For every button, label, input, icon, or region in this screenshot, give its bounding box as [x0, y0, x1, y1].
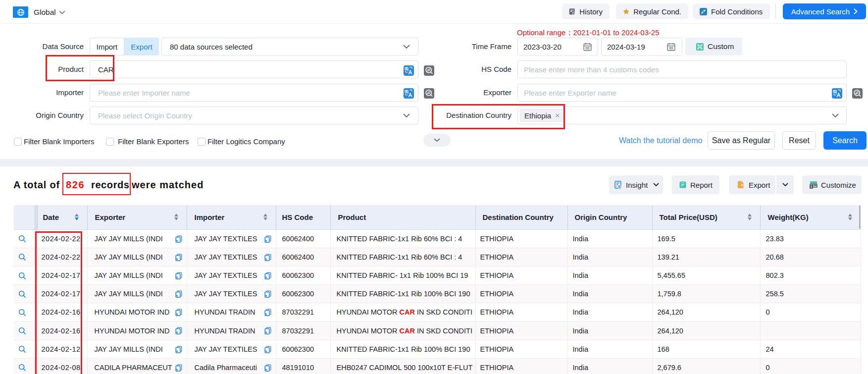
svg-text:BI: BI — [618, 185, 621, 188]
